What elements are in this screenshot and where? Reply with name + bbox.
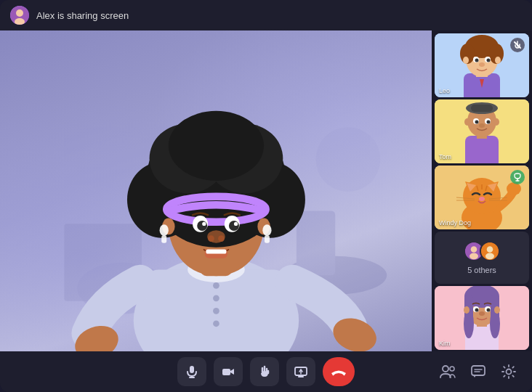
tom-name-label: Tom [439, 153, 451, 160]
participant-tile-others[interactable]: 5 others [435, 232, 529, 284]
top-bar: Alex is sharing screen [0, 0, 532, 30]
svg-point-67 [475, 121, 479, 124]
participants-icon [440, 365, 456, 378]
svg-point-68 [487, 121, 491, 124]
screen-share-icon [294, 365, 307, 378]
svg-point-76 [479, 197, 485, 201]
svg-point-88 [469, 253, 478, 260]
settings-button[interactable] [497, 360, 520, 383]
svg-point-116 [443, 366, 448, 372]
mic-button[interactable] [177, 357, 206, 386]
main-character-svg [33, 54, 400, 351]
svg-point-91 [485, 253, 494, 260]
svg-point-90 [487, 246, 493, 253]
svg-point-40 [213, 321, 219, 327]
windy-dog-name-label: Windy Dog [439, 219, 471, 226]
svg-point-104 [487, 309, 491, 312]
others-avatars [464, 241, 500, 261]
svg-point-33 [159, 224, 168, 236]
hand-icon [258, 365, 271, 378]
svg-point-52 [475, 59, 479, 62]
participant-tile-leo[interactable]: Leo [435, 33, 529, 97]
svg-point-53 [487, 59, 491, 62]
svg-rect-36 [264, 235, 269, 242]
svg-point-105 [479, 311, 485, 316]
others-count-label: 5 others [467, 266, 496, 274]
svg-rect-35 [161, 235, 166, 242]
svg-rect-60 [465, 136, 499, 163]
svg-point-23 [228, 221, 238, 231]
camera-icon [222, 365, 235, 378]
svg-point-71 [493, 118, 499, 126]
svg-rect-64 [471, 105, 493, 112]
app-container: Alex is sharing screen [0, 0, 532, 392]
svg-point-1 [16, 9, 23, 17]
raise-hand-button[interactable] [250, 357, 279, 386]
svg-point-34 [262, 224, 271, 236]
svg-point-69 [479, 123, 485, 128]
svg-point-18 [168, 111, 263, 181]
svg-point-24 [202, 222, 206, 226]
settings-icon [501, 364, 516, 379]
participant-tile-windy-dog[interactable]: Windy Dog [435, 166, 529, 229]
svg-point-87 [471, 246, 477, 253]
svg-point-55 [463, 57, 469, 64]
svg-point-37 [213, 282, 219, 289]
mic-icon [185, 365, 198, 378]
leo-mute-badge [510, 38, 525, 52]
svg-point-117 [450, 367, 454, 371]
svg-point-100 [490, 309, 500, 338]
chat-icon [471, 365, 485, 378]
svg-point-54 [479, 62, 485, 67]
svg-rect-111 [222, 369, 230, 375]
svg-point-22 [197, 221, 207, 231]
leo-name-label: Leo [439, 87, 450, 94]
svg-point-38 [213, 295, 219, 302]
svg-point-107 [494, 306, 500, 314]
participants-button[interactable] [436, 360, 459, 383]
svg-point-25 [233, 222, 237, 226]
main-video [0, 30, 432, 351]
sharing-status: Alex is sharing screen [36, 10, 129, 21]
content-area: Leo [0, 30, 532, 351]
svg-point-56 [495, 57, 501, 64]
end-call-icon [331, 367, 347, 377]
windy-dog-speaking-badge [510, 170, 525, 184]
svg-rect-118 [472, 366, 485, 375]
svg-point-39 [213, 308, 219, 314]
svg-point-28 [218, 235, 225, 242]
chat-button[interactable] [467, 360, 490, 383]
presenter-avatar [10, 6, 29, 25]
kim-name-label: Kim [439, 340, 451, 347]
sidebar-participants: Leo [432, 30, 532, 351]
screen-share-button[interactable] [286, 357, 315, 386]
svg-point-99 [464, 309, 474, 338]
svg-point-70 [464, 118, 470, 126]
svg-point-27 [208, 235, 214, 242]
camera-button[interactable] [214, 357, 243, 386]
participant-tile-kim[interactable]: Kim [435, 286, 529, 350]
end-call-button[interactable] [323, 357, 355, 386]
svg-point-103 [475, 309, 479, 312]
svg-point-121 [507, 369, 512, 375]
svg-point-106 [464, 306, 469, 314]
svg-rect-30 [206, 250, 226, 254]
main-character-container [0, 30, 432, 351]
bottom-toolbar [0, 351, 532, 392]
right-icons [436, 360, 520, 383]
participant-tile-tom[interactable]: Tom [435, 99, 529, 163]
svg-rect-108 [190, 366, 194, 373]
